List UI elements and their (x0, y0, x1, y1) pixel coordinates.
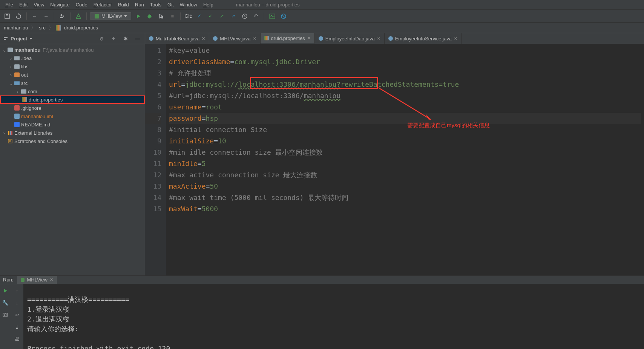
java-icon (319, 36, 323, 41)
debug-icon[interactable] (146, 12, 154, 20)
git-update-icon[interactable]: ✓ (195, 12, 204, 20)
tree-row-idea[interactable]: › .idea (0, 54, 145, 62)
scroll-end-icon[interactable]: ⤓ (13, 323, 21, 331)
menu-help[interactable]: Help (201, 1, 216, 8)
chevron-right-icon[interactable]: › (2, 130, 7, 136)
print-icon[interactable]: 🖶 (13, 335, 21, 343)
menu-code[interactable]: Code (74, 1, 90, 8)
menu-tools[interactable]: Tools (148, 1, 164, 8)
git-revert-icon[interactable]: ↶ (252, 12, 260, 20)
breadcrumb: manhanlou 〉 src 〉 druid.properties (0, 23, 644, 33)
forward-icon[interactable]: → (42, 12, 50, 20)
properties-icon (21, 97, 28, 103)
run-tab-mhlview[interactable]: MHLView ✕ (17, 276, 57, 284)
project-tree[interactable]: ⌄ manhanlou F:\java idea\manhanlou › .id… (0, 44, 145, 275)
chevron-right-icon[interactable]: › (15, 89, 20, 94)
tree-row-external-libraries[interactable]: › External Libraries (0, 129, 145, 137)
chevron-down-icon (124, 15, 127, 17)
menu-refactor[interactable]: Refactor (91, 1, 114, 8)
svg-rect-12 (11, 131, 12, 135)
up-icon[interactable]: ↑ (13, 286, 21, 295)
menubar: File Edit View Navigate Code Refactor Bu… (0, 0, 644, 10)
tree-row-src[interactable]: ⌄ src (0, 79, 145, 87)
menu-run[interactable]: Run (133, 1, 146, 8)
console-output[interactable]: ==========满汉楼========== 1.登录满汉楼 2.退出满汉楼 … (23, 284, 644, 349)
chevron-right-icon[interactable]: › (8, 64, 14, 69)
chevron-down-icon[interactable]: ⌄ (2, 47, 7, 53)
breadcrumb-file[interactable]: druid.properties (63, 25, 100, 31)
menu-git[interactable]: Git (165, 1, 176, 8)
collapse-icon[interactable]: — (133, 34, 142, 43)
run-config-label: MHLView (101, 13, 122, 19)
menu-window[interactable]: Window (178, 1, 199, 8)
editor[interactable]: 1 2 3 4 5 6 7 8 9 10 11 12 13 14 15 #key… (145, 44, 644, 275)
java-icon (213, 36, 218, 41)
svg-rect-11 (10, 131, 11, 135)
menu-edit[interactable]: Edit (17, 1, 30, 8)
project-header: Project ⊖ ÷ ✱ — (0, 33, 145, 44)
tree-row-libs[interactable]: › libs (0, 62, 145, 71)
chevron-right-icon[interactable]: › (8, 72, 14, 78)
tab-employeeinfodao[interactable]: EmployeeInfoDao.java ✕ (315, 33, 385, 44)
tree-row-com[interactable]: › com (0, 87, 145, 95)
properties-icon (264, 36, 269, 40)
coverage-icon[interactable] (157, 12, 165, 20)
chevron-down-icon[interactable]: ⌄ (8, 80, 14, 86)
tree-row-gitignore[interactable]: .gitignore (0, 104, 145, 112)
breadcrumb-src[interactable]: src (37, 25, 47, 31)
menu-file[interactable]: File (3, 1, 15, 8)
chevron-right-icon: 〉 (47, 25, 55, 31)
run-tool-window: Run: MHLView ✕ 🔧 ↑ ↓ ↩ ⤓ 🖶 🗑 ==========满… (0, 275, 644, 349)
tree-row-scratches[interactable]: Scratches and Consoles (0, 137, 145, 145)
tab-druid-properties[interactable]: druid.properties ✕ (261, 33, 315, 44)
project-view-selector[interactable]: Project (3, 36, 32, 42)
run-header: Run: MHLView ✕ (0, 276, 644, 284)
down-icon[interactable]: ↓ (13, 298, 21, 307)
reload-icon[interactable] (14, 12, 23, 20)
select-opened-icon[interactable]: ⊖ (97, 34, 106, 43)
expand-all-icon[interactable]: ÷ (109, 34, 118, 43)
trash-icon[interactable]: 🗑 (13, 347, 21, 349)
run-config-selector[interactable]: MHLView (90, 12, 131, 20)
tree-row-druid-properties[interactable]: druid.properties (0, 95, 145, 104)
git-history-icon[interactable] (241, 12, 249, 20)
close-icon[interactable]: ✕ (307, 36, 311, 41)
git-commit-icon[interactable]: ✓ (207, 12, 215, 20)
soft-wrap-icon[interactable]: ↩ (13, 311, 21, 319)
code-content[interactable]: #key=value driverClassName=com.mysql.jdb… (166, 44, 644, 275)
chevron-down-icon (29, 38, 32, 40)
close-icon[interactable]: ✕ (454, 36, 457, 41)
settings-icon[interactable]: ✱ (121, 34, 130, 43)
git-fetch-icon[interactable]: ↗ (229, 12, 238, 20)
rerun-icon[interactable] (1, 286, 9, 295)
tree-row-out[interactable]: › out (0, 71, 145, 79)
git-push-icon[interactable]: ↗ (218, 12, 226, 20)
editor-tabs: MultiTableBean.java ✕ MHLView.java ✕ dru… (145, 33, 644, 44)
run-icon[interactable] (134, 12, 143, 20)
svg-rect-1 (6, 14, 8, 15)
stop-icon[interactable]: ■ (168, 12, 176, 20)
pulse-icon[interactable] (268, 12, 276, 20)
build-icon[interactable] (74, 12, 83, 20)
tab-mhlview[interactable]: MHLView.java ✕ (209, 33, 260, 44)
close-icon[interactable]: ✕ (253, 36, 256, 41)
back-icon[interactable]: ← (31, 12, 39, 20)
tree-row-root[interactable]: ⌄ manhanlou F:\java idea\manhanlou (0, 46, 145, 54)
camera-icon[interactable] (1, 311, 9, 319)
tree-row-readme[interactable]: README.md (0, 120, 145, 129)
menu-view[interactable]: View (31, 1, 46, 8)
no-entry-icon[interactable] (279, 12, 288, 20)
save-all-icon[interactable] (3, 12, 11, 20)
tab-multitablebean[interactable]: MultiTableBean.java ✕ (145, 33, 209, 44)
menu-navigate[interactable]: Navigate (48, 1, 72, 8)
account-icon[interactable] (58, 12, 66, 20)
chevron-right-icon[interactable]: › (8, 55, 14, 61)
close-icon[interactable]: ✕ (377, 36, 380, 41)
wrench-icon[interactable]: 🔧 (1, 298, 9, 307)
tree-row-iml[interactable]: manhanlou.iml (0, 112, 145, 120)
close-icon[interactable]: ✕ (50, 277, 53, 282)
breadcrumb-root[interactable]: manhanlou (2, 25, 29, 31)
menu-build[interactable]: Build (116, 1, 131, 8)
tab-employeeinfoservice[interactable]: EmployeeInfoService.java ✕ (385, 33, 462, 44)
close-icon[interactable]: ✕ (202, 36, 205, 41)
